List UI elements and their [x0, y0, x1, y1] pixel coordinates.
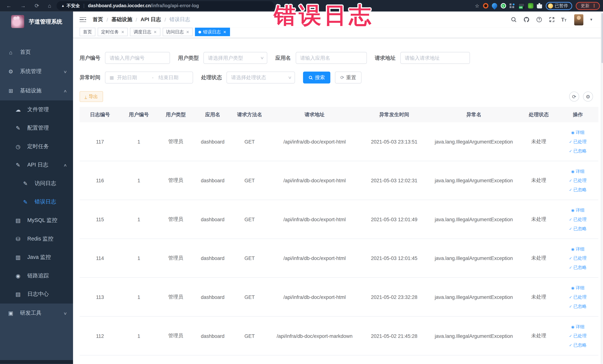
- mark-processed-link[interactable]: ✓已处理: [569, 333, 587, 339]
- mark-processed-link[interactable]: ✓已处理: [569, 177, 587, 183]
- mark-ignored-link[interactable]: ✓已忽略: [569, 303, 587, 309]
- refresh-table-button[interactable]: ⟳: [569, 92, 579, 102]
- detail-link[interactable]: ◉详细: [571, 324, 584, 329]
- user-id-input[interactable]: 请输入用户编号: [105, 52, 170, 64]
- detail-link[interactable]: ◉详细: [571, 246, 584, 252]
- mark-ignored-link[interactable]: ✓已忽略: [569, 264, 587, 270]
- tab-home[interactable]: 首页: [80, 28, 95, 36]
- cell-exception-time: 2021-05-03 12:01:45: [361, 255, 427, 261]
- address-bar[interactable]: ▲ 不安全 | dashboard.yudao.iocoder.cn/infra…: [57, 1, 274, 10]
- profile-paused-badge[interactable]: 已暂停: [545, 2, 572, 10]
- sidebar-item-infrastructure[interactable]: ⊞ 基础设施 ∧: [0, 81, 73, 101]
- mark-ignored-link[interactable]: ✓已忽略: [569, 342, 587, 348]
- help-icon[interactable]: [536, 16, 542, 23]
- sidebar-toggle-icon[interactable]: [80, 17, 86, 22]
- sidebar-item-redis-monitor[interactable]: ⛁ Redis 监控: [0, 230, 73, 248]
- browser-update-button[interactable]: 更新 ⋮: [576, 2, 600, 10]
- mark-processed-link[interactable]: ✓已处理: [569, 139, 587, 144]
- page-scrollbar[interactable]: [601, 12, 603, 364]
- sidebar-item-dev-tools[interactable]: ▣ 研发工具 ∨: [0, 304, 73, 323]
- extension-icon-blue-shield[interactable]: [490, 2, 498, 10]
- breadcrumb-home[interactable]: 首页: [93, 16, 103, 23]
- extension-icon-green-v[interactable]: V: [500, 3, 506, 9]
- process-status-select[interactable]: 请选择处理状态 ∨: [227, 71, 295, 83]
- sidebar-item-log-center[interactable]: ▤ 日志中心: [0, 285, 73, 304]
- detail-link[interactable]: ◉详细: [571, 285, 584, 291]
- browser-back-icon[interactable]: ←: [6, 3, 12, 9]
- browser-menu-kebab-icon[interactable]: ⋮: [592, 3, 596, 9]
- github-icon[interactable]: [523, 16, 530, 23]
- detail-link[interactable]: ◉详细: [571, 129, 584, 135]
- date-range-picker[interactable]: ▦ 开始日期 - 结束日期: [105, 71, 193, 83]
- download-icon: ↓: [84, 94, 87, 99]
- font-size-icon[interactable]: TT: [561, 16, 567, 23]
- sidebar-item-trace[interactable]: ◉ 链路追踪: [0, 267, 73, 285]
- sidebar-item-file-management[interactable]: ☁ 文件管理: [0, 100, 73, 119]
- mark-ignored-link[interactable]: ✓已忽略: [569, 226, 587, 231]
- date-end-input[interactable]: 结束日期: [159, 74, 188, 81]
- tab-access-log[interactable]: 访问日志 ✕: [162, 28, 193, 36]
- search-button-label: 搜索: [315, 74, 325, 81]
- table-row: 112 1 管理员 dashboard GET /api/infra/db-do…: [80, 317, 598, 355]
- tab-close-icon[interactable]: ✕: [121, 30, 124, 34]
- mark-ignored-link[interactable]: ✓已忽略: [569, 148, 587, 154]
- mark-processed-link[interactable]: ✓已处理: [569, 255, 587, 261]
- mark-ignored-link[interactable]: ✓已忽略: [569, 187, 587, 192]
- app-logo[interactable]: 芋道管理系统: [0, 12, 73, 32]
- extension-icon-grid[interactable]: [509, 3, 515, 9]
- page-scrollbar-thumb[interactable]: [602, 13, 603, 63]
- browser-toolbar-right: ☆ V on 已暂停 更新 ⋮: [475, 0, 600, 12]
- processed-link-label: 已处理: [573, 216, 587, 222]
- breadcrumb-api-log[interactable]: API 日志: [140, 16, 161, 23]
- search-button[interactable]: 搜索: [303, 71, 330, 83]
- mark-processed-link[interactable]: ✓已处理: [569, 294, 587, 300]
- header-user-id: 用户编号: [120, 111, 157, 118]
- fullscreen-icon[interactable]: [548, 16, 555, 23]
- sidebar-item-scheduled-tasks[interactable]: ◷ 定时任务: [0, 137, 73, 156]
- exception-time-label: 异常时间: [80, 74, 100, 81]
- request-url-input[interactable]: 请输入请求地址: [400, 52, 470, 64]
- tab-close-icon[interactable]: ✕: [223, 30, 226, 34]
- breadcrumb-infrastructure[interactable]: 基础设施: [111, 16, 132, 23]
- bookmark-star-icon[interactable]: ☆: [475, 3, 479, 8]
- sidebar-item-config-management[interactable]: ✎ 配置管理: [0, 119, 73, 137]
- tab-close-icon[interactable]: ✕: [154, 30, 157, 34]
- tab-dispatch-log[interactable]: 调度日志 ✕: [130, 28, 160, 36]
- extension-icon-switch-on[interactable]: on: [518, 3, 524, 9]
- sidebar-item-mysql-monitor[interactable]: ▤ MySQL 监控: [0, 211, 73, 230]
- sidebar-item-error-log[interactable]: ✎ 错误日志: [0, 193, 73, 211]
- export-button-label: 导出: [89, 93, 98, 100]
- detail-link[interactable]: ◉详细: [571, 207, 584, 213]
- sidebar-item-java-monitor[interactable]: ▥ Java 监控: [0, 248, 73, 267]
- extensions-puzzle-icon[interactable]: [537, 3, 542, 9]
- extension-icon-orange[interactable]: [483, 3, 488, 9]
- tab-scheduled-tasks[interactable]: 定时任务 ✕: [98, 28, 128, 36]
- user-type-select[interactable]: 请选择用户类型 ∨: [203, 52, 267, 64]
- cell-log-id: 114: [80, 255, 120, 261]
- search-icon[interactable]: [510, 16, 517, 23]
- detail-link-label: 详细: [576, 324, 584, 329]
- sidebar-item-system-management[interactable]: ⚙ 系统管理 ∨: [0, 62, 73, 81]
- browser-home-icon[interactable]: ⌂: [48, 3, 51, 9]
- reset-button[interactable]: ⟳ 重置: [335, 71, 361, 83]
- update-label: 更新: [581, 3, 590, 9]
- app-name-input[interactable]: 请输入应用名: [295, 52, 367, 64]
- date-start-input[interactable]: 开始日期: [117, 74, 147, 81]
- tab-close-icon[interactable]: ✕: [186, 30, 189, 34]
- cell-user-type: 管理员: [157, 332, 194, 339]
- detail-link[interactable]: ◉详细: [571, 168, 584, 174]
- profile-avatar-emoji: [548, 3, 553, 8]
- ignored-link-label: 已忽略: [573, 148, 587, 154]
- mark-processed-link[interactable]: ✓已处理: [569, 216, 587, 222]
- browser-forward-icon[interactable]: →: [20, 3, 26, 9]
- sidebar-item-api-log[interactable]: ✎ API 日志 ∧: [0, 156, 73, 174]
- extension-icon-sprout[interactable]: [528, 3, 533, 9]
- user-menu-caret-icon[interactable]: ▼: [590, 18, 593, 22]
- browser-reload-icon[interactable]: ⟳: [35, 3, 39, 9]
- column-settings-button[interactable]: ⚙: [583, 92, 593, 102]
- user-avatar[interactable]: [574, 14, 583, 25]
- sidebar-item-access-log[interactable]: ✎ 访问日志: [0, 174, 73, 193]
- tab-error-log[interactable]: 错误日志 ✕: [195, 28, 230, 36]
- sidebar-item-home[interactable]: ⌂ 首页: [0, 43, 73, 62]
- export-button[interactable]: ↓ 导出: [80, 91, 103, 102]
